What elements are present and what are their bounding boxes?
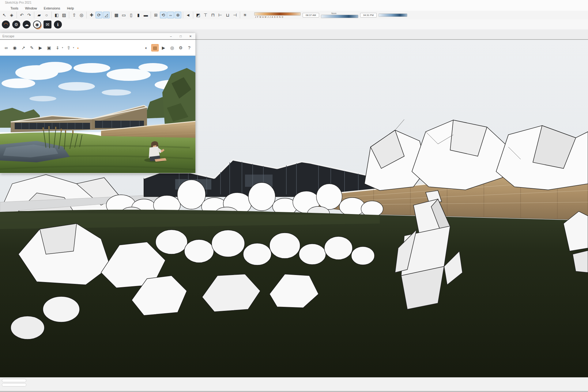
toolbar-separator bbox=[183, 12, 183, 18]
export-icon[interactable]: ⇧ bbox=[65, 44, 72, 51]
help-icon[interactable]: ? bbox=[186, 44, 193, 51]
toolbar-separator bbox=[69, 12, 69, 18]
render-window-title: Enscape bbox=[2, 35, 14, 38]
enscape-about-icon[interactable]: ℹ bbox=[54, 21, 62, 28]
monochrome-icon[interactable]: ▬ bbox=[142, 12, 149, 18]
right-view-icon[interactable]: ⊢ bbox=[217, 12, 224, 18]
back-view-icon[interactable]: ⊔ bbox=[224, 12, 231, 18]
select-tool-icon[interactable]: ↖ bbox=[1, 12, 8, 18]
main-toolbar: ↖ ◈ ↶ ↷ ▰ ○ ◧ ▨ ⇧ ◎ ✚ ⟳ ◿ ▦ ▭ ▯ ▮ ▬ ⊞ ⟲ … bbox=[0, 11, 588, 19]
render-image-icon[interactable]: ▤ bbox=[151, 44, 159, 51]
status-bar bbox=[0, 377, 588, 392]
pan-icon[interactable]: ⇔ bbox=[167, 12, 174, 18]
menu-bar: Tools Window Extensions Help bbox=[0, 6, 588, 11]
walk-mode-icon[interactable]: ◉ bbox=[11, 44, 18, 51]
shadow-noon-label: Noon bbox=[321, 12, 358, 14]
toolbar-separator bbox=[151, 12, 151, 18]
maximize-button[interactable]: □ bbox=[176, 33, 186, 39]
redo-icon[interactable]: ↷ bbox=[26, 12, 32, 18]
front-view-icon[interactable]: ⊓ bbox=[209, 12, 216, 18]
render-viewport[interactable] bbox=[0, 56, 195, 173]
enscape-plugin-toolbar: ◠ ⚙ ☁ ◉ ✉ ℹ bbox=[0, 19, 588, 29]
toolbar-separator bbox=[17, 12, 17, 18]
rotate-tool-icon[interactable]: ⟳ bbox=[96, 12, 102, 18]
screenshot-icon[interactable]: ▣ bbox=[45, 44, 53, 51]
shadow-time-slider[interactable] bbox=[321, 15, 358, 18]
hidden-line-icon[interactable]: ▯ bbox=[128, 12, 134, 18]
app-title: SketchUp Pro 2021 bbox=[5, 1, 32, 4]
make-component-icon[interactable]: ◈ bbox=[8, 12, 15, 18]
wireframe-icon[interactable]: ▭ bbox=[120, 12, 127, 18]
enscape-objects-icon[interactable]: ◉ bbox=[33, 21, 41, 28]
eraser-icon[interactable]: ▰ bbox=[36, 12, 43, 18]
shadow-settings-toolbar: JFMAMJJASOND 08:37 AM Noon 04:31 PM bbox=[254, 12, 407, 18]
menu-tools[interactable]: Tools bbox=[10, 6, 18, 10]
measurement-box[interactable] bbox=[2, 379, 26, 382]
menu-help[interactable]: Help bbox=[67, 6, 74, 10]
toolbar-separator bbox=[34, 12, 34, 18]
toolbar-collapse-caret[interactable]: ▴ bbox=[77, 46, 79, 49]
shadow-darkness-slider[interactable] bbox=[379, 13, 407, 17]
save-view-dropdown-caret[interactable]: ▾ bbox=[62, 46, 63, 49]
toolbar-separator bbox=[51, 12, 52, 18]
shadow-time-early-box[interactable]: 08:37 AM bbox=[303, 13, 319, 17]
shadow-month-ticks: JFMAMJJASOND bbox=[254, 16, 301, 18]
scale-box[interactable] bbox=[2, 383, 26, 386]
shadow-date-slider[interactable] bbox=[254, 12, 301, 16]
paint-bucket-icon[interactable]: ◧ bbox=[53, 12, 60, 18]
render-window-titlebar[interactable]: Enscape – □ ✕ bbox=[0, 33, 195, 39]
video-path-icon[interactable]: ▶ bbox=[37, 44, 44, 51]
scale-tool-icon[interactable]: ◿ bbox=[103, 12, 110, 18]
offset-tool-icon[interactable]: ◎ bbox=[78, 12, 85, 18]
toolbar-separator bbox=[111, 12, 111, 18]
export-dropdown-caret[interactable]: ▾ bbox=[73, 46, 74, 49]
enscape-render-window: Enscape – □ ✕ ∞ ◉ ↗ ✎ ▶ ▣ ⇓ ▾ ⇧ ▾ ▴ ◐ ▤ … bbox=[0, 33, 195, 173]
video-render-icon[interactable]: ▶ bbox=[160, 44, 167, 51]
collaboration-icon[interactable]: ◎ bbox=[168, 44, 176, 51]
app-titlebar: SketchUp Pro 2021 bbox=[0, 0, 588, 6]
menu-window[interactable]: Window bbox=[25, 6, 37, 10]
circle-tool-icon[interactable]: ○ bbox=[43, 12, 50, 18]
toolbar-separator bbox=[240, 12, 240, 18]
zoom-extents-icon[interactable]: ⊞ bbox=[153, 12, 159, 18]
render-window-toolbar: ∞ ◉ ↗ ✎ ▶ ▣ ⇓ ▾ ⇧ ▾ ▴ ◐ ▤ ▶ ◎ ⚙ ? bbox=[0, 39, 195, 56]
shadow-time-late-box[interactable]: 04:31 PM bbox=[360, 13, 377, 17]
menu-extensions[interactable]: Extensions bbox=[44, 6, 60, 10]
enscape-cloud-icon[interactable]: ☁ bbox=[23, 21, 31, 28]
panorama-icon[interactable]: ◐ bbox=[143, 44, 150, 51]
sketch-pen-icon[interactable]: ✎ bbox=[28, 44, 36, 51]
enscape-settings-icon[interactable]: ⚙ bbox=[12, 21, 20, 28]
back-edges-icon[interactable]: ▦ bbox=[113, 12, 120, 18]
toolbar-separator bbox=[193, 12, 193, 18]
move-tool-icon[interactable]: ✚ bbox=[88, 12, 95, 18]
push-pull-icon[interactable]: ⇧ bbox=[71, 12, 77, 18]
left-view-icon[interactable]: ⊣ bbox=[232, 12, 238, 18]
toolbar-separator bbox=[86, 12, 87, 18]
shadows-toggle-icon[interactable]: ☀ bbox=[242, 12, 248, 18]
enscape-start-icon[interactable]: ◠ bbox=[2, 21, 10, 28]
saved-views-icon[interactable]: ∞ bbox=[2, 44, 10, 51]
enscape-feedback-icon[interactable]: ✉ bbox=[43, 21, 51, 28]
save-view-icon[interactable]: ⇓ bbox=[54, 44, 61, 51]
close-button[interactable]: ✕ bbox=[186, 33, 195, 39]
status-bar-divider bbox=[0, 391, 588, 392]
undo-icon[interactable]: ↶ bbox=[18, 12, 25, 18]
render-scene bbox=[0, 56, 195, 173]
render-settings-icon[interactable]: ⚙ bbox=[177, 44, 184, 51]
shaded-icon[interactable]: ▮ bbox=[135, 12, 142, 18]
zoom-icon[interactable]: ⊕ bbox=[175, 12, 181, 18]
iso-view-icon[interactable]: ◩ bbox=[195, 12, 202, 18]
materials-icon[interactable]: ▨ bbox=[61, 12, 67, 18]
minimize-button[interactable]: – bbox=[166, 33, 176, 39]
orbit-icon[interactable]: ⟲ bbox=[160, 12, 167, 18]
top-view-icon[interactable]: ⊤ bbox=[202, 12, 209, 18]
previous-view-icon[interactable]: ◄ bbox=[185, 12, 191, 18]
fly-mode-icon[interactable]: ↗ bbox=[20, 44, 27, 51]
